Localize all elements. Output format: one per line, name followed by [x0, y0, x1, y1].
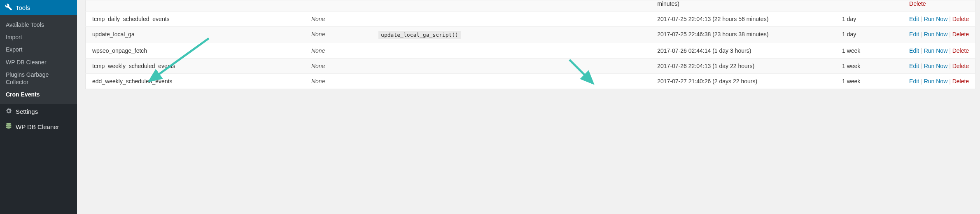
sidebar-item-settings[interactable]: Settings	[0, 104, 77, 119]
hook-cell: tcmp_daily_scheduled_events	[86, 12, 307, 27]
separator: |	[919, 47, 924, 54]
next-run-cell: 2017-07-25 22:46:38 (23 hours 38 minutes…	[653, 27, 838, 43]
recurrence-cell: 1 week	[838, 59, 905, 74]
hook-cell: tcmp_weekly_scheduled_events	[86, 59, 307, 74]
sidebar-item-wp-db-cleaner[interactable]: WP DB Cleaner	[0, 56, 77, 68]
separator: |	[947, 16, 952, 22]
run-now-link[interactable]: Run Now	[924, 63, 948, 69]
sidebar-item-export[interactable]: Export	[0, 43, 77, 56]
run-now-link[interactable]: Run Now	[924, 16, 948, 22]
edit-link[interactable]: Edit	[909, 78, 919, 85]
action-hook-cell	[374, 43, 653, 59]
action-hook-cell	[374, 59, 653, 74]
hook-cell: update_local_ga	[86, 27, 307, 43]
separator: |	[919, 78, 924, 85]
svg-point-0	[6, 123, 12, 125]
hook-cell	[86, 0, 307, 12]
database-icon	[5, 122, 12, 131]
run-now-link[interactable]: Run Now	[924, 78, 948, 85]
hook-cell: wpseo_onpage_fetch	[86, 43, 307, 59]
separator: |	[947, 78, 952, 85]
sidebar-active-label: Tools	[16, 4, 30, 11]
next-run-cell: 2017-07-26 02:44:14 (1 day 3 hours)	[653, 43, 838, 59]
table-row: minutes)Delete	[86, 0, 976, 12]
action-hook-cell: update_local_ga_script()	[374, 27, 653, 43]
edit-link[interactable]: Edit	[909, 31, 919, 38]
row-actions-cell: Edit | Run Now | Delete	[905, 12, 975, 27]
separator: |	[919, 16, 924, 22]
args-cell: None	[307, 59, 374, 74]
separator: |	[947, 31, 952, 38]
edit-link[interactable]: Edit	[909, 63, 919, 69]
action-hook-cell	[374, 12, 653, 27]
edit-link[interactable]: Edit	[909, 16, 919, 22]
sidebar-settings-label: Settings	[16, 108, 38, 115]
delete-link[interactable]: Delete	[952, 31, 969, 38]
action-hook-cell	[374, 74, 653, 89]
sidebar-item-plugins-garbage-collector[interactable]: Plugins Garbage Collector	[0, 68, 77, 88]
row-actions-cell: Edit | Run Now | Delete	[905, 59, 975, 74]
args-cell: None	[307, 12, 374, 27]
recurrence-cell: 1 week	[838, 74, 905, 89]
run-now-link[interactable]: Run Now	[924, 47, 948, 54]
args-cell: None	[307, 74, 374, 89]
sidebar-item-import[interactable]: Import	[0, 31, 77, 43]
separator: |	[919, 63, 924, 69]
sidebar-item-tools[interactable]: Tools	[0, 0, 77, 15]
recurrence-cell: 1 day	[838, 27, 905, 43]
separator: |	[947, 47, 952, 54]
recurrence-cell: 1 day	[838, 12, 905, 27]
delete-link[interactable]: Delete	[952, 78, 969, 85]
cron-events-table: minutes)Deletetcmp_daily_scheduled_event…	[85, 0, 976, 89]
code-badge: update_local_ga_script()	[378, 31, 461, 39]
next-run-cell: 2017-07-26 22:04:13 (1 day 22 hours)	[653, 59, 838, 74]
admin-sidebar: Tools Available Tools Import Export WP D…	[0, 0, 77, 214]
next-run-cell: minutes)	[653, 0, 838, 12]
wrench-icon	[5, 3, 12, 12]
settings-icon	[5, 107, 12, 116]
args-cell: None	[307, 43, 374, 59]
sidebar-item-cron-events[interactable]: Cron Events	[0, 88, 77, 101]
table-row: edd_weekly_scheduled_eventsNone2017-07-2…	[86, 74, 976, 89]
next-run-cell: 2017-07-25 22:04:13 (22 hours 56 minutes…	[653, 12, 838, 27]
delete-link[interactable]: Delete	[952, 47, 969, 54]
row-actions-cell: Edit | Run Now | Delete	[905, 74, 975, 89]
hook-cell: edd_weekly_scheduled_events	[86, 74, 307, 89]
delete-link[interactable]: Delete	[952, 16, 969, 22]
table-row: update_local_gaNoneupdate_local_ga_scrip…	[86, 27, 976, 43]
run-now-link[interactable]: Run Now	[924, 31, 948, 38]
delete-link[interactable]: Delete	[952, 63, 969, 69]
row-actions-cell: Delete	[905, 0, 975, 12]
args-cell: None	[307, 27, 374, 43]
table-row: wpseo_onpage_fetchNone2017-07-26 02:44:1…	[86, 43, 976, 59]
sidebar-item-available-tools[interactable]: Available Tools	[0, 19, 77, 31]
table-row: tcmp_weekly_scheduled_eventsNone2017-07-…	[86, 59, 976, 74]
next-run-cell: 2017-07-27 21:40:26 (2 days 22 hours)	[653, 74, 838, 89]
sidebar-submenu: Available Tools Import Export WP DB Clea…	[0, 15, 77, 104]
table-row: tcmp_daily_scheduled_eventsNone2017-07-2…	[86, 12, 976, 27]
sidebar-item-wp-db-cleaner-top[interactable]: WP DB Cleaner	[0, 119, 77, 134]
recurrence-cell	[838, 0, 905, 12]
separator: |	[919, 31, 924, 38]
row-actions-cell: Edit | Run Now | Delete	[905, 27, 975, 43]
separator: |	[947, 63, 952, 69]
action-hook-cell	[374, 0, 653, 12]
edit-link[interactable]: Edit	[909, 47, 919, 54]
args-cell	[307, 0, 374, 12]
sidebar-db-cleaner-label: WP DB Cleaner	[16, 123, 59, 130]
delete-link[interactable]: Delete	[909, 0, 926, 7]
recurrence-cell: 1 week	[838, 43, 905, 59]
main-content: minutes)Deletetcmp_daily_scheduled_event…	[77, 0, 980, 214]
row-actions-cell: Edit | Run Now | Delete	[905, 43, 975, 59]
